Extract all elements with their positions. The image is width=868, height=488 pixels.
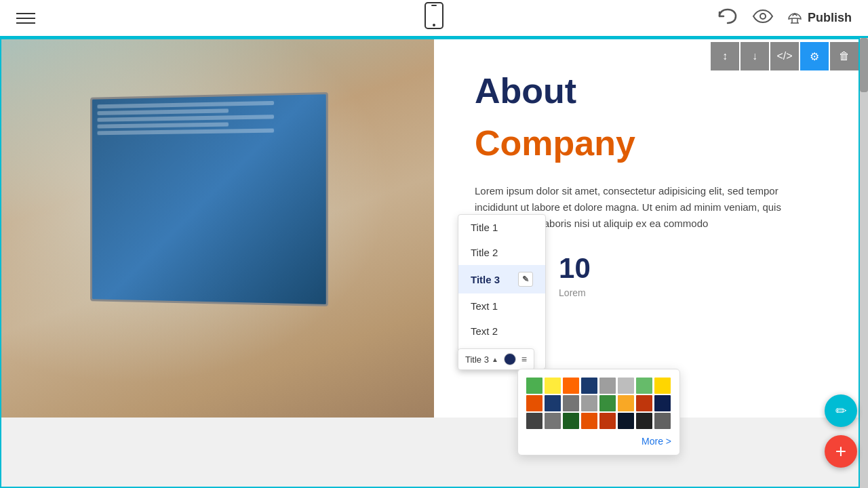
screen-line — [97, 115, 274, 122]
color-swatch[interactable] — [636, 378, 652, 394]
stat-label-2: Lorem — [559, 287, 591, 298]
screen-content — [92, 94, 326, 304]
phone-icon[interactable] — [425, 2, 443, 34]
screen-line — [97, 122, 229, 128]
color-swatch[interactable] — [618, 378, 634, 394]
canvas-inner: About Company Lorem ipsum dolor sit amet… — [0, 38, 868, 488]
color-swatch[interactable] — [526, 413, 542, 429]
settings-button[interactable]: ⚙ — [800, 42, 829, 70]
laptop-screen — [90, 92, 328, 306]
element-toolbar: ↕ ↓ </> ⚙ 🗑 — [711, 42, 859, 70]
color-swatch[interactable] — [654, 378, 671, 394]
code-button[interactable]: </> — [770, 42, 799, 70]
page-section: About Company Lorem ipsum dolor sit amet… — [0, 38, 868, 418]
style-item-text2[interactable]: Text 2 — [458, 319, 545, 344]
screen-lines — [92, 94, 326, 143]
canvas: About Company Lorem ipsum dolor sit amet… — [0, 38, 868, 488]
stat-number-2: 10 — [559, 252, 591, 285]
color-swatch[interactable] — [599, 395, 616, 411]
style-item-text1[interactable]: Text 1 — [458, 293, 545, 319]
hamburger-menu[interactable] — [16, 13, 35, 24]
fab-edit-button[interactable]: ✏ — [825, 394, 857, 427]
color-swatch[interactable] — [618, 413, 634, 429]
color-swatch[interactable] — [545, 378, 561, 394]
topbar-right: Publish — [717, 7, 852, 29]
color-picker: More > — [517, 369, 680, 455]
style-dropdown: Title 1 Title 2 Title 3 ✎ Text 1 Text 2 … — [458, 214, 546, 369]
align-icon[interactable]: ≡ — [521, 354, 527, 365]
topbar: Publish — [0, 0, 868, 38]
color-swatch[interactable] — [563, 395, 579, 411]
color-swatch[interactable] — [563, 413, 579, 429]
move-up-down-button[interactable]: ↕ — [711, 42, 739, 70]
scrollbar[interactable] — [860, 38, 868, 488]
chevron-up-icon: ▲ — [492, 356, 498, 363]
color-swatch[interactable] — [599, 378, 616, 394]
scrollbar-thumb[interactable] — [860, 38, 868, 92]
laptop-area — [0, 38, 434, 418]
color-swatch[interactable] — [581, 378, 597, 394]
style-item-title3[interactable]: Title 3 ✎ — [458, 265, 545, 293]
color-swatch[interactable] — [526, 395, 542, 411]
color-swatch[interactable] — [545, 395, 561, 411]
color-swatch[interactable] — [563, 378, 579, 394]
style-item-title1[interactable]: Title 1 — [458, 215, 545, 240]
fab-add-button[interactable]: + — [825, 435, 857, 468]
stat-item-2: 10 Lorem — [559, 252, 591, 298]
color-swatch[interactable] — [581, 395, 597, 411]
publish-button[interactable]: Publish — [787, 11, 852, 25]
more-colors-link[interactable]: More > — [526, 436, 671, 447]
undo-icon[interactable] — [717, 7, 738, 29]
download-button[interactable]: ↓ — [741, 42, 769, 70]
color-grid — [526, 378, 671, 429]
color-swatch[interactable] — [618, 395, 634, 411]
svg-point-3 — [760, 14, 766, 19]
about-title: About — [475, 72, 827, 110]
color-swatch[interactable] — [654, 413, 671, 429]
style-bar-label[interactable]: Title 3 ▲ — [465, 354, 498, 365]
color-circle[interactable] — [504, 353, 516, 365]
preview-icon[interactable] — [752, 9, 774, 28]
color-swatch[interactable] — [545, 413, 561, 429]
topbar-left — [16, 13, 35, 24]
screen-line — [97, 108, 229, 115]
style-item-title2[interactable]: Title 2 — [458, 240, 545, 265]
screen-line — [97, 128, 274, 135]
delete-button[interactable]: 🗑 — [830, 42, 859, 70]
svg-point-1 — [433, 24, 435, 26]
style-bar: Title 3 ▲ ≡ — [458, 348, 534, 370]
color-swatch[interactable] — [526, 378, 542, 394]
color-swatch[interactable] — [654, 395, 671, 411]
screen-line — [97, 101, 274, 108]
topbar-center — [425, 2, 443, 34]
edit-pen-icon[interactable]: ✎ — [518, 272, 533, 287]
company-title: Company — [475, 124, 827, 163]
color-swatch[interactable] — [636, 413, 652, 429]
color-swatch[interactable] — [599, 413, 616, 429]
color-swatch[interactable] — [636, 395, 652, 411]
hero-image — [0, 38, 434, 418]
color-swatch[interactable] — [581, 413, 597, 429]
